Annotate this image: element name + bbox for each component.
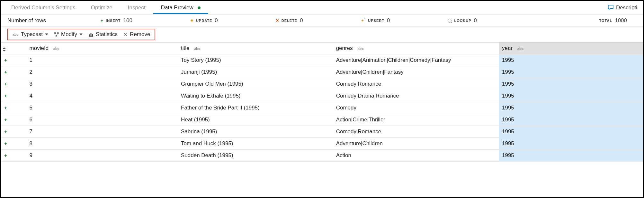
row-expand[interactable]: + <box>1 150 26 162</box>
cell-year: 1995 <box>499 150 643 162</box>
col-header-year[interactable]: year abc <box>499 42 643 54</box>
cell-movieId: 5 <box>26 102 178 114</box>
svg-rect-2 <box>56 35 57 37</box>
remove-button[interactable]: ✕ Remove <box>123 31 150 38</box>
cell-genres: Action|Crime|Thriller <box>333 114 499 126</box>
cell-movieId: 4 <box>26 90 178 102</box>
tab-optimize[interactable]: Optimize <box>83 2 120 14</box>
description-link[interactable]: Descripti <box>604 5 640 11</box>
col-header-movieId[interactable]: movieId abc <box>26 42 178 54</box>
col-year-label: year <box>502 45 513 51</box>
stat-delete: ✕ DELETE 0 <box>276 17 303 24</box>
cell-genres: Action <box>333 150 499 162</box>
stats-bar: Number of rows + INSERT 100 ✸ UPDATE 0 ✕… <box>1 14 643 27</box>
typecast-button[interactable]: abc Typecast <box>13 31 48 38</box>
svg-rect-3 <box>89 34 90 36</box>
table-row[interactable]: +9Sudden Death (1995)Action1995 <box>1 150 643 162</box>
tab-data-preview[interactable]: Data Preview <box>153 2 208 14</box>
type-tag-abc: abc <box>357 47 363 51</box>
cell-title: Tom and Huck (1995) <box>178 138 333 150</box>
stat-upsert: ✦+ UPSERT 0 <box>361 17 390 24</box>
statistics-button[interactable]: Statistics <box>88 31 118 38</box>
cell-movieId: 8 <box>26 138 178 150</box>
cell-year: 1995 <box>499 114 643 126</box>
cell-title: Grumpier Old Men (1995) <box>178 78 333 90</box>
table-row[interactable]: +4Waiting to Exhale (1995)Comedy|Drama|R… <box>1 90 643 102</box>
typecast-label: Typecast <box>21 31 43 38</box>
cell-genres: Adventure|Animation|Children|Comedy|Fant… <box>333 54 499 66</box>
table-row[interactable]: +7Sabrina (1995)Comedy|Romance1995 <box>1 126 643 138</box>
table-row[interactable]: +2Jumanji (1995)Adventure|Children|Fanta… <box>1 66 643 78</box>
stat-insert: + INSERT 100 <box>101 17 132 24</box>
cell-title: Sabrina (1995) <box>178 126 333 138</box>
cell-genres: Comedy|Drama|Romance <box>333 90 499 102</box>
cell-title: Toy Story (1995) <box>178 54 333 66</box>
upsert-icon: ✦+ <box>361 18 366 23</box>
cell-year: 1995 <box>499 54 643 66</box>
row-expand[interactable]: + <box>1 66 26 78</box>
delete-icon: ✕ <box>276 18 279 23</box>
row-expand[interactable]: + <box>1 114 26 126</box>
cell-year: 1995 <box>499 90 643 102</box>
plus-icon: + <box>101 18 103 23</box>
svg-rect-4 <box>91 33 92 36</box>
col-header-title[interactable]: title abc <box>178 42 333 54</box>
cell-genres: Comedy|Romance <box>333 126 499 138</box>
col-sort[interactable] <box>1 42 26 54</box>
cell-movieId: 1 <box>26 54 178 66</box>
stat-delete-label: DELETE <box>282 19 297 23</box>
row-expand[interactable]: + <box>1 126 26 138</box>
row-expand[interactable]: + <box>1 102 26 114</box>
stat-update-label: UPDATE <box>196 19 212 23</box>
modify-button[interactable]: Modify <box>54 31 83 38</box>
cell-year: 1995 <box>499 102 643 114</box>
svg-rect-5 <box>92 34 93 36</box>
cell-genres: Adventure|Children|Fantasy <box>333 66 499 78</box>
stat-update: ✸ UPDATE 0 <box>190 17 218 24</box>
col-header-genres[interactable]: genres abc <box>333 42 499 54</box>
stat-lookup: LOOKUP 0 <box>448 17 477 24</box>
row-expand[interactable]: + <box>1 138 26 150</box>
table-row[interactable]: +1Toy Story (1995)Adventure|Animation|Ch… <box>1 54 643 66</box>
row-expand[interactable]: + <box>1 54 26 66</box>
cell-movieId: 7 <box>26 126 178 138</box>
svg-rect-1 <box>57 32 58 33</box>
tab-label: Data Preview <box>161 5 193 11</box>
row-expand[interactable]: + <box>1 78 26 90</box>
abc-icon: abc <box>13 33 19 36</box>
tab-bar: Derived Column's Settings Optimize Inspe… <box>1 1 643 14</box>
cell-year: 1995 <box>499 138 643 150</box>
chevron-down-icon <box>79 33 83 35</box>
cell-title: Heat (1995) <box>178 114 333 126</box>
tab-derived-column-settings[interactable]: Derived Column's Settings <box>4 2 83 14</box>
table-row[interactable]: +6Heat (1995)Action|Crime|Thriller1995 <box>1 114 643 126</box>
table-row[interactable]: +3Grumpier Old Men (1995)Comedy|Romance1… <box>1 78 643 90</box>
search-icon <box>448 19 452 23</box>
cell-genres: Adventure|Children <box>333 138 499 150</box>
statistics-icon <box>88 32 94 37</box>
column-toolbar: abc Typecast Modify Statistics ✕ Remove <box>7 29 155 40</box>
chevron-down-icon <box>45 33 48 35</box>
rows-label: Number of rows <box>7 17 101 24</box>
stat-upsert-label: UPSERT <box>368 19 384 23</box>
cell-year: 1995 <box>499 78 643 90</box>
plus-icon: + <box>4 93 7 99</box>
cell-movieId: 2 <box>26 66 178 78</box>
tab-inspect[interactable]: Inspect <box>120 2 153 14</box>
type-tag-abc: abc <box>517 47 523 51</box>
col-genres-label: genres <box>336 45 353 51</box>
table-row[interactable]: +8Tom and Huck (1995)Adventure|Children1… <box>1 138 643 150</box>
cell-genres: Comedy <box>333 102 499 114</box>
stat-insert-value: 100 <box>123 17 132 24</box>
description-label: Descripti <box>616 5 637 11</box>
table-row[interactable]: +5Father of the Bride Part II (1995)Come… <box>1 102 643 114</box>
data-preview-table: movieId abc title abc genres abc year ab… <box>1 42 643 162</box>
col-movieId-label: movieId <box>30 45 49 51</box>
update-icon: ✸ <box>190 18 193 23</box>
cell-title: Jumanji (1995) <box>178 66 333 78</box>
plus-icon: + <box>4 105 7 110</box>
row-expand[interactable]: + <box>1 90 26 102</box>
stat-total-label: TOTAL <box>599 19 613 23</box>
cell-title: Father of the Bride Part II (1995) <box>178 102 333 114</box>
plus-icon: + <box>4 57 7 63</box>
